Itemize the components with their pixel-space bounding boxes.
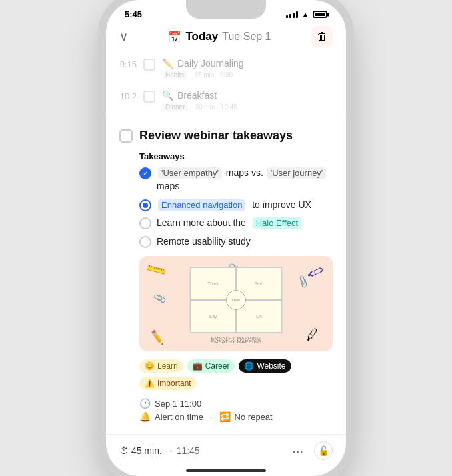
badge-career-emoji: 💼 [193, 361, 203, 371]
task-tag-1: Habits [162, 71, 187, 79]
clock-icon: 🕐 [139, 398, 151, 409]
end-time: 11:45 [177, 445, 200, 456]
task-icon-2: 🔍 [162, 90, 173, 101]
badge-website-label: Website [257, 361, 285, 371]
task-tag-2: Dinner [162, 103, 188, 111]
today-label: Today [185, 30, 218, 43]
signal-icon [286, 11, 298, 18]
deco-marker: 🖊 [305, 326, 321, 343]
tag-halo-effect: Halo Effect [253, 217, 301, 229]
check-done-1[interactable]: ✓ [139, 167, 151, 179]
empathy-diagram-wrapper: Think Feel Say Do User EMPATHY MAPPING [189, 267, 283, 341]
badge-learn-label: Learn [157, 361, 178, 371]
task-details: 🕐 Sep 1 11:00 🔔 Alert on time · 🔁 No rep… [119, 398, 333, 422]
checklist: ✓ 'User empathy' maps vs. 'User journey'… [119, 167, 333, 248]
section-label: Takeaways [119, 151, 333, 161]
status-bar: 5:45 ▲ [106, 0, 346, 23]
badge-career-label: Career [205, 361, 230, 371]
checklist-item-4: Remote usability study [139, 235, 333, 249]
task-time-2: 10:2 [117, 90, 137, 101]
check-empty-4[interactable] [139, 236, 151, 248]
badge-learn-emoji: 😊 [145, 361, 155, 371]
past-tasks: 9:15 ✏️ Daily Journaling Habits 15 min ·… [106, 53, 346, 117]
nav-date: Tue Sep 1 [222, 31, 271, 43]
badge-important-emoji: ⚠️ [145, 379, 155, 388]
more-button[interactable]: ··· [292, 443, 303, 459]
status-icons: ▲ [286, 10, 327, 19]
wifi-icon: ▲ [301, 10, 309, 19]
repeat-separator: · [210, 412, 213, 422]
tag-enhanced-nav: Enhanced navigation [158, 199, 245, 211]
calendar-icon: 📅 [168, 31, 181, 43]
past-task-item: 9:15 ✏️ Daily Journaling Habits 15 min ·… [117, 53, 335, 85]
checklist-text-1: 'User empathy' maps vs. 'User journey' m… [157, 167, 333, 193]
date-time-text: Sep 1 11:00 [155, 399, 201, 409]
nav-bar: ∨ 📅 Today Tue Sep 1 🗑 [106, 23, 346, 53]
task-duration-1: 15 min · 9:30 [194, 71, 233, 79]
arrow-icon: → [165, 445, 177, 456]
empathy-center: User [226, 290, 246, 310]
timer-icon: ⏱ [119, 445, 129, 456]
check-progress-2[interactable] [139, 199, 151, 211]
checklist-item-3: Learn more about the Halo Effect [139, 217, 333, 230]
main-task-checkbox[interactable] [119, 129, 133, 143]
alert-text: Alert on time [155, 412, 203, 422]
deco-clip-left: 📎 [153, 291, 167, 305]
task-checkbox-1[interactable] [143, 59, 155, 71]
deco-pencil-left: 📏 [144, 258, 168, 282]
checklist-text-4: Remote usability study [157, 235, 251, 249]
task-time-1: 9:15 [117, 58, 137, 69]
task-title-2: Breakfast [177, 90, 217, 101]
badge-career[interactable]: 💼 Career [187, 359, 235, 373]
task-duration-2: 30 min · 10:45 [195, 103, 237, 111]
past-task-item-2: 10:2 🔍 Breakfast Dinner 30 min · 10:45 [117, 85, 335, 117]
phone-frame: 5:45 ▲ ∨ 📅 Today Tue Sep 1 🗑 [106, 0, 346, 476]
task-icon-1: ✏️ [162, 58, 173, 69]
checklist-item-1: ✓ 'User empathy' maps vs. 'User journey'… [139, 167, 333, 193]
detail-alert: 🔔 Alert on time · 🔁 No repeat [139, 411, 333, 422]
duration-display: ⏱ 45 min. → 11:45 [119, 445, 200, 456]
back-chevron[interactable]: ∨ [119, 29, 128, 44]
tags-row: 😊 Learn 💼 Career 🌐 Website ⚠️ Important [139, 359, 333, 390]
check-empty-3[interactable] [139, 217, 151, 229]
scroll-area: 9:15 ✏️ Daily Journaling Habits 15 min ·… [106, 53, 346, 434]
bottom-bar: ⏱ 45 min. → 11:45 ··· 🔓 [106, 434, 346, 469]
nav-title: 📅 Today Tue Sep 1 [168, 30, 271, 43]
main-task: Review webinar takeaways Takeaways ✓ 'Us… [106, 117, 346, 434]
badge-important[interactable]: ⚠️ Important [139, 377, 197, 390]
deco-pencil-bl: ✏️ [149, 329, 165, 346]
empathy-diagram: Think Feel Say Do User [189, 267, 283, 333]
lock-button[interactable]: 🔓 [314, 441, 333, 460]
bottom-actions: ··· 🔓 [292, 441, 333, 460]
detail-date: 🕐 Sep 1 11:00 [139, 398, 333, 409]
main-task-header: Review webinar takeaways [119, 128, 333, 143]
battery-icon [313, 11, 327, 18]
tag-user-empathy: 'User empathy' [158, 167, 222, 179]
task-checkbox-2[interactable] [143, 91, 155, 103]
bell-icon: 🔔 [139, 411, 151, 422]
duration-label: 45 min. [131, 445, 162, 456]
badge-website[interactable]: 🌐 Website [239, 359, 291, 373]
checklist-text-3: Learn more about the Halo Effect [157, 217, 303, 230]
main-task-title: Review webinar takeaways [139, 128, 293, 143]
repeat-icon: 🔁 [219, 411, 231, 422]
badge-important-label: Important [157, 379, 191, 388]
badge-learn[interactable]: 😊 Learn [139, 359, 183, 373]
checklist-text-2: Enhanced navigation to improve UX [157, 199, 311, 212]
empathy-map-image: 📏 🖊 ✏️ 📎 📎 🖊 📎 Think Feel Say Do User EM… [139, 256, 333, 351]
repeat-text: No repeat [235, 412, 273, 422]
checklist-item-2: Enhanced navigation to improve UX [139, 199, 333, 212]
badge-website-emoji: 🌐 [244, 361, 254, 371]
tag-user-journey: 'User journey' [267, 167, 327, 179]
trash-button[interactable]: 🗑 [311, 26, 333, 47]
task-title-1: Daily Journaling [177, 58, 244, 69]
clock: 5:45 [125, 9, 142, 19]
home-indicator [186, 469, 266, 472]
